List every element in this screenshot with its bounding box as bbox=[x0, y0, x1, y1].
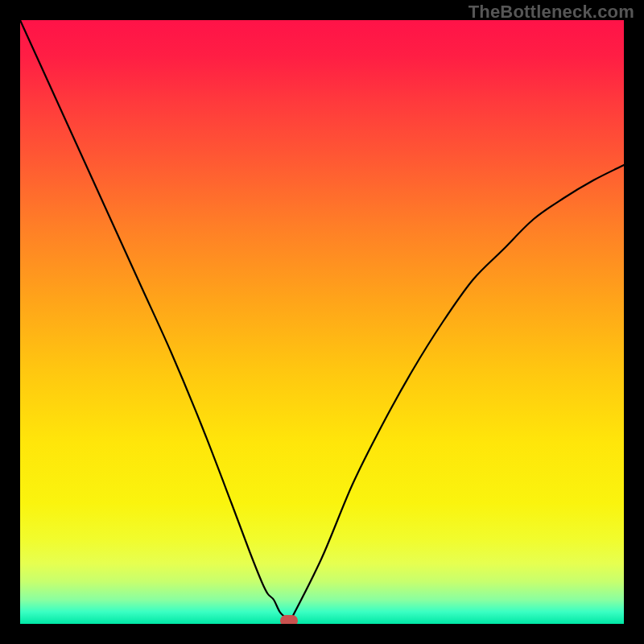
optimum-marker bbox=[280, 615, 298, 624]
watermark-text: TheBottleneck.com bbox=[469, 2, 634, 23]
bottleneck-curve bbox=[20, 20, 624, 624]
chart-frame: TheBottleneck.com bbox=[0, 0, 644, 644]
plot-area bbox=[20, 20, 624, 624]
